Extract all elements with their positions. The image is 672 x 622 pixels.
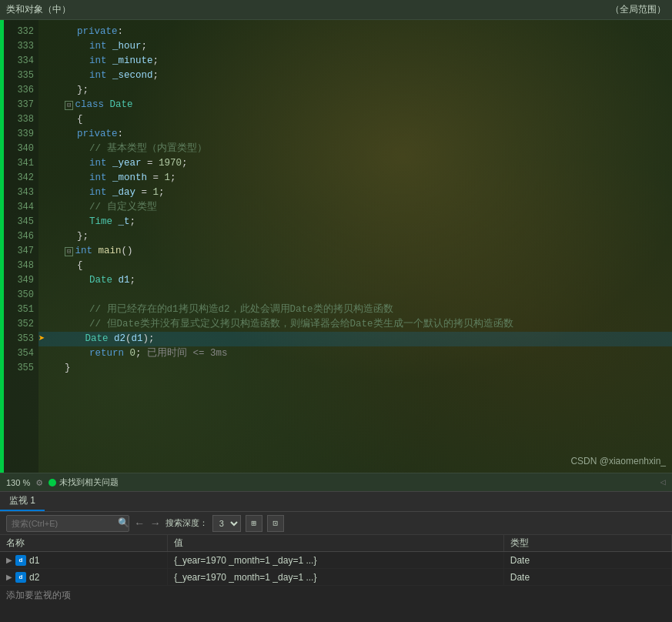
code-line: Time _t; — [38, 215, 672, 229]
pin-icon[interactable]: ⊞ — [246, 515, 262, 532]
code-line: { — [38, 112, 672, 127]
cell-type: Date — [504, 569, 672, 585]
code-text: // 用已经存在的d1拷贝构造d2，此处会调用Date类的拷贝构造函数 — [89, 303, 393, 317]
code-text: Time _t; — [89, 215, 135, 229]
code-line: { — [38, 259, 672, 273]
code-text: int _year = 1970; — [89, 156, 188, 171]
status-dot — [48, 479, 56, 487]
cell-type: Date — [504, 552, 672, 568]
line-number: 349 — [4, 273, 38, 288]
line-number: 347 — [4, 244, 38, 259]
col-value: 值 — [168, 535, 504, 551]
add-monitor-item[interactable]: 添加要监视的项 — [0, 586, 672, 605]
line-number: 334 — [4, 54, 38, 69]
code-text: // 基本类型（内置类型） — [89, 142, 207, 156]
expand-arrow[interactable]: ▶ — [6, 556, 12, 564]
monitor-rows: ▶ d d1 {_year=1970 _month=1 _day=1 ...} … — [0, 552, 672, 586]
code-line: }; — [38, 229, 672, 244]
monitor-toolbar: 🔍 ← → 搜索深度： 3 1 2 4 5 ⊞ ⊡ — [0, 512, 672, 535]
code-line: // 但Date类并没有显式定义拷贝构造函数，则编译器会给Date类生成一个默认… — [38, 317, 672, 332]
line-number: 345 — [4, 215, 38, 229]
code-text: int _month = 1; — [89, 171, 176, 186]
var-name: d2 — [29, 572, 39, 583]
top-bar: 类和对象（中） （全局范围） — [0, 0, 672, 20]
line-number: 337 — [4, 98, 38, 112]
code-text: }; — [77, 83, 89, 98]
top-bar-title: 类和对象（中） — [6, 3, 71, 16]
line-number: 351 — [4, 303, 38, 317]
line-number: 346 — [4, 229, 38, 244]
code-text: int _second; — [89, 69, 159, 83]
code-line: } — [38, 361, 672, 376]
var-name: d1 — [29, 555, 39, 566]
line-number: 355 — [4, 361, 38, 376]
monitor-tab-1[interactable]: 监视 1 — [0, 492, 45, 511]
table-row[interactable]: ▶ d d2 {_year=1970 _month=1 _day=1 ...} … — [0, 569, 672, 586]
depth-select[interactable]: 3 1 2 4 5 — [212, 515, 241, 532]
code-line: // 自定义类型 — [38, 200, 672, 215]
code-text: private: — [77, 25, 123, 39]
monitor-tabs: 监视 1 — [0, 492, 672, 512]
code-text: } — [65, 361, 71, 376]
depth-label: 搜索深度： — [165, 517, 208, 529]
line-number: 332 — [4, 25, 38, 39]
code-text: // 自定义类型 — [89, 200, 157, 215]
line-number: 335 — [4, 69, 38, 83]
code-text: int _minute; — [89, 54, 159, 69]
table-header: 名称 值 类型 — [0, 535, 672, 552]
monitor-table: 名称 值 类型 ▶ d d1 {_year=1970 _month=1 _day… — [0, 535, 672, 622]
code-text: // 但Date类并没有显式定义拷贝构造函数，则编译器会给Date类生成一个默认… — [89, 317, 513, 332]
code-editor: 3323333343353363373383393403413423433443… — [0, 20, 672, 473]
code-line: int _minute; — [38, 54, 672, 69]
line-number: 333 — [4, 39, 38, 54]
search-input[interactable] — [12, 519, 118, 528]
cell-value: {_year=1970 _month=1 _day=1 ...} — [168, 569, 504, 585]
settings-icon[interactable]: ⚙ — [36, 477, 42, 489]
code-line: int _day = 1; — [38, 186, 672, 200]
status-indicator: 未找到相关问题 — [48, 477, 119, 488]
scroll-indicator[interactable]: ◁ — [660, 477, 666, 488]
line-number: 343 — [4, 186, 38, 200]
code-text: Date d1; — [89, 273, 135, 288]
top-bar-scope: （全局范围） — [610, 3, 666, 16]
table-row[interactable]: ▶ d d1 {_year=1970 _month=1 _day=1 ...} … — [0, 552, 672, 569]
forward-button[interactable]: → — [149, 517, 160, 530]
expand-icon[interactable]: ⊡ — [267, 515, 284, 532]
line-number: 341 — [4, 156, 38, 171]
line-number: 340 — [4, 142, 38, 156]
code-text: return 0; 已用时间 <= 3ms — [89, 346, 228, 361]
code-line: ➤Date d2(d1); — [38, 332, 672, 346]
var-icon: d — [15, 555, 26, 566]
code-text: ⊟int main() — [65, 244, 132, 259]
status-bar: 130 % ⚙ 未找到相关问题 ◁ — [0, 473, 672, 491]
code-line — [38, 288, 672, 303]
code-line: int _hour; — [38, 39, 672, 54]
cell-name: ▶ d d2 — [0, 569, 168, 585]
code-line: // 基本类型（内置类型） — [38, 142, 672, 156]
code-text: private: — [77, 127, 123, 142]
search-box[interactable]: 🔍 — [6, 515, 129, 532]
code-line: int _month = 1; — [38, 171, 672, 186]
cell-value: {_year=1970 _month=1 _day=1 ...} — [168, 552, 504, 568]
execution-arrow: ➤ — [38, 332, 45, 346]
code-text: int _day = 1; — [89, 186, 165, 200]
line-number: 336 — [4, 83, 38, 98]
code-line: private: — [38, 25, 672, 39]
status-text: 未找到相关问题 — [59, 477, 119, 488]
back-button[interactable]: ← — [134, 517, 145, 530]
col-name: 名称 — [0, 535, 168, 551]
code-line: Date d1; — [38, 273, 672, 288]
code-line: int _year = 1970; — [38, 156, 672, 171]
code-text: Date d2(d1); — [85, 332, 154, 346]
line-number: 338 — [4, 112, 38, 127]
line-number: 348 — [4, 259, 38, 273]
cell-name: ▶ d d1 — [0, 552, 168, 568]
line-number: 353 — [4, 332, 38, 346]
zoom-level: 130 % — [6, 478, 30, 487]
line-number: 342 — [4, 171, 38, 186]
code-text: int _hour; — [89, 39, 147, 54]
code-text: ⊟class Date — [65, 98, 132, 113]
expand-arrow[interactable]: ▶ — [6, 573, 12, 581]
code-line: int _second; — [38, 69, 672, 83]
code-line: // 用已经存在的d1拷贝构造d2，此处会调用Date类的拷贝构造函数 — [38, 303, 672, 317]
